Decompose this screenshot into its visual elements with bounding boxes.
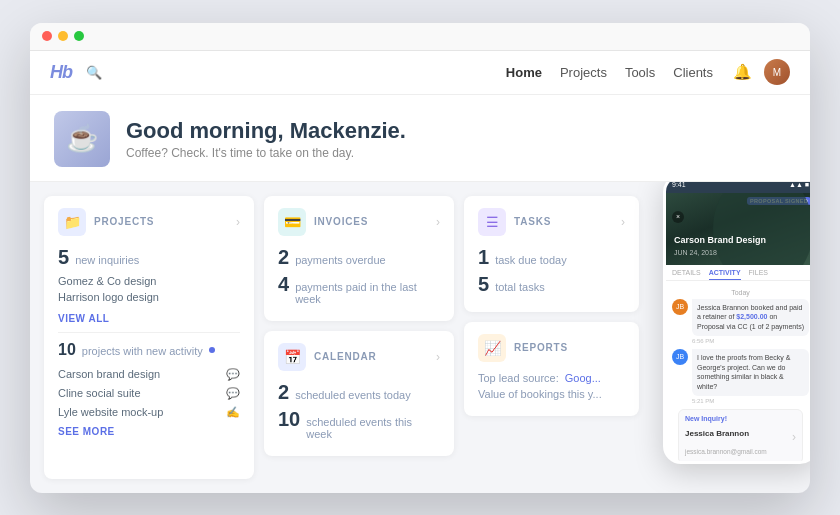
list-item: Cline social suite 💬 — [58, 384, 240, 403]
invoices-header-left: 💳 INVOICES — [278, 208, 368, 236]
reports-title: REPORTS — [514, 342, 568, 353]
calendar-today-label: scheduled events today — [295, 389, 411, 401]
invoices-card: 💳 INVOICES › 2 payments overdue 4 paymen… — [264, 196, 454, 321]
proposal-badge: PROPOSAL SIGNED — [747, 197, 810, 205]
nav-home[interactable]: Home — [506, 65, 542, 80]
activity-num: 10 — [58, 341, 76, 359]
main-content: 📁 PROJECTS › 5 new inquiries Gomez & Co … — [30, 182, 810, 493]
minimize-dot[interactable] — [58, 31, 68, 41]
nav-clients[interactable]: Clients — [673, 65, 713, 80]
invoices-chevron[interactable]: › — [436, 215, 440, 229]
activity-item-name: Cline social suite — [58, 387, 141, 399]
reports-stat-2: Value of bookings this y... — [478, 388, 625, 400]
projects-card: 📁 PROJECTS › 5 new inquiries Gomez & Co … — [44, 196, 254, 479]
phone-inquiry[interactable]: New Inquiry! Jessica Brannon jessica.bra… — [678, 409, 803, 463]
reports-card-header: 📈 REPORTS — [478, 334, 625, 362]
hero-illustration: ☕ — [54, 111, 110, 167]
invoices-icon: 💳 — [278, 208, 306, 236]
navbar-right: 🔔 M — [733, 59, 790, 85]
reports-stat-1: Top lead source: Goog... — [478, 372, 625, 384]
list-item: Lyle website mock-up ✍️ — [58, 403, 240, 422]
phone-message-2: JB I love the proofs from Becky & George… — [672, 349, 809, 404]
title-bar — [30, 23, 810, 51]
invoices-paid-num: 4 — [278, 273, 289, 296]
calendar-card: 📅 CALENDAR › 2 scheduled events today 10… — [264, 331, 454, 456]
tasks-icon: ☰ — [478, 208, 506, 236]
phone-overlay: 9:41 ▲▲ ■ PROPOSAL SIGNED × Carson Brand… — [663, 182, 810, 464]
maximize-dot[interactable] — [74, 31, 84, 41]
nav-tools[interactable]: Tools — [625, 65, 655, 80]
tab-files[interactable]: FILES — [749, 269, 768, 280]
phone-signal: ▲▲ ■ — [789, 182, 809, 189]
hero-section: ☕ Good morning, Mackenzie. Coffee? Check… — [30, 95, 810, 182]
activity-dot — [209, 347, 215, 353]
inquiry-name: Jessica Brannon — [685, 429, 749, 438]
phone-message-1: JB Jessica Brannon booked and paid a ret… — [672, 299, 809, 344]
tab-details[interactable]: DETAILS — [672, 269, 701, 280]
invoices-overdue-num: 2 — [278, 246, 289, 269]
activity-list: Carson brand design 💬 Cline social suite… — [58, 365, 240, 422]
right-column: ☰ TASKS › 1 task due today 5 total tasks — [464, 196, 639, 479]
tasks-due-num: 1 — [478, 246, 489, 269]
greeting-subtitle: Coffee? Check. It's time to take on the … — [126, 146, 406, 160]
phone-tabs: DETAILS ACTIVITY FILES — [666, 265, 810, 281]
invoices-paid-label: payments paid in the last week — [295, 281, 440, 305]
avatar[interactable]: M — [764, 59, 790, 85]
view-all-button[interactable]: VIEW ALL — [58, 313, 240, 324]
projects-chevron[interactable]: › — [236, 215, 240, 229]
list-item: Harrison logo design — [58, 289, 240, 305]
invoices-title: INVOICES — [314, 216, 368, 227]
see-more-button[interactable]: SEE MORE — [58, 426, 240, 437]
search-icon[interactable]: 🔍 — [86, 65, 102, 80]
inquiry-chevron[interactable]: › — [792, 430, 796, 444]
tab-activity[interactable]: ACTIVITY — [709, 269, 741, 280]
phone-card-title: Carson Brand Design JUN 24, 2018 — [674, 235, 766, 258]
avatar: JB — [672, 299, 688, 315]
projects-inquiries-list: Gomez & Co design Harrison logo design — [58, 273, 240, 305]
projects-card-header: 📁 PROJECTS › — [58, 208, 240, 236]
reports-lead-label: Top lead source: — [478, 372, 559, 384]
phone-status-bar: 9:41 ▲▲ ■ — [666, 182, 810, 193]
sign-icon: ✍️ — [226, 406, 240, 419]
reports-icon: 📈 — [478, 334, 506, 362]
projects-new-label: new inquiries — [75, 254, 139, 266]
phone-close-button[interactable]: × — [672, 211, 684, 223]
bell-icon[interactable]: 🔔 — [733, 63, 752, 81]
calendar-week-num: 10 — [278, 408, 300, 431]
projects-header-left: 📁 PROJECTS — [58, 208, 154, 236]
avatar: JB — [672, 349, 688, 365]
reports-card: 📈 REPORTS Top lead source: Goog... Value… — [464, 322, 639, 416]
invoices-stat-1: 2 payments overdue — [278, 246, 440, 269]
phone-card-image: PROPOSAL SIGNED × Carson Brand Design JU… — [666, 193, 810, 265]
message-icon: 💬 — [226, 368, 240, 381]
msg-time: 6:56 PM — [692, 338, 809, 344]
message-bubble: I love the proofs from Becky & George's … — [692, 349, 809, 396]
tasks-card-header: ☰ TASKS › — [478, 208, 625, 236]
tasks-due-label: task due today — [495, 254, 567, 266]
tasks-chevron[interactable]: › — [621, 215, 625, 229]
close-dot[interactable] — [42, 31, 52, 41]
invoices-stat-2: 4 payments paid in the last week — [278, 273, 440, 305]
tasks-total-num: 5 — [478, 273, 489, 296]
calendar-week-label: scheduled events this week — [306, 416, 440, 440]
projects-new-count: 5 new inquiries — [58, 246, 240, 269]
activity-header: 10 projects with new activity — [58, 341, 240, 359]
message-bubble: Jessica Brannon booked and paid a retain… — [692, 299, 809, 336]
calendar-header-left: 📅 CALENDAR — [278, 343, 377, 371]
tasks-stat-2: 5 total tasks — [478, 273, 625, 296]
projects-activity-count: 10 projects with new activity — [58, 341, 203, 359]
phone-messages: Today JB Jessica Brannon booked and paid… — [666, 281, 810, 464]
tasks-header-left: ☰ TASKS — [478, 208, 551, 236]
list-item: Carson brand design 💬 — [58, 365, 240, 384]
calendar-chevron[interactable]: › — [436, 350, 440, 364]
reports-bookings-label: Value of bookings this y... — [478, 388, 602, 400]
calendar-stat-1: 2 scheduled events today — [278, 381, 440, 404]
phone-day-label: Today — [672, 289, 809, 296]
projects-new-num: 5 — [58, 246, 69, 269]
tasks-total-label: total tasks — [495, 281, 545, 293]
reports-lead-value: Goog... — [565, 372, 601, 384]
nav-projects[interactable]: Projects — [560, 65, 607, 80]
navbar: Hb 🔍 Home Projects Tools Clients 🔔 M — [30, 51, 810, 95]
inquiry-label: New Inquiry! — [685, 415, 792, 422]
logo: Hb — [50, 62, 72, 83]
